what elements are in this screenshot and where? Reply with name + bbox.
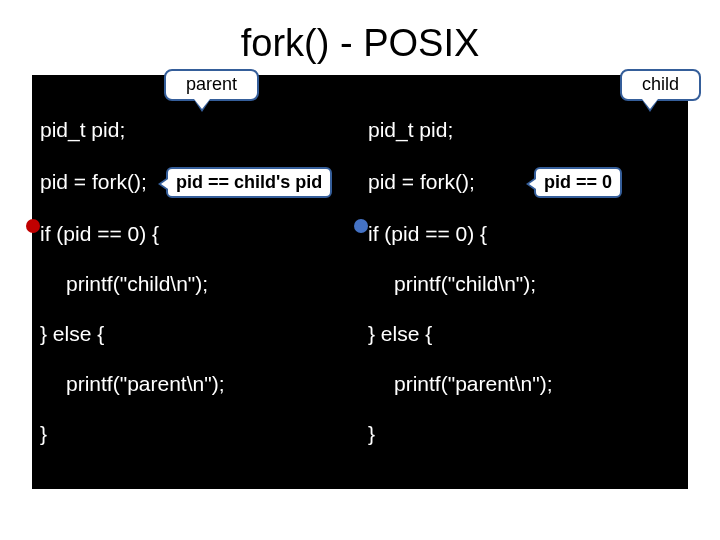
execution-dot-child xyxy=(354,219,368,233)
execution-dot-parent xyxy=(26,219,40,233)
code-line-decl: pid_t pid; xyxy=(368,119,682,143)
child-label-bubble: child xyxy=(620,69,701,101)
code-line-print-parent: printf("parent\n"); xyxy=(368,373,682,397)
code-line-print-child: printf("child\n"); xyxy=(368,273,682,297)
code-line-if: if (pid == 0) { xyxy=(40,223,354,247)
code-text-fork: pid = fork(); xyxy=(40,170,147,193)
parent-pid-callout: pid == child's pid xyxy=(166,167,332,198)
child-code-block: pid_t pid; pid = fork(); pid == 0 if (pi… xyxy=(360,75,688,479)
code-line-close: } xyxy=(40,423,354,447)
code-line-fork: pid = fork(); pid == 0 xyxy=(368,171,682,195)
code-line-else: } else { xyxy=(40,323,354,347)
code-line-decl: pid_t pid; xyxy=(40,119,354,143)
parent-code-block: pid_t pid; pid = fork(); pid == child's … xyxy=(32,75,360,479)
parent-label-bubble: parent xyxy=(164,69,259,101)
parent-panel: parent pid_t pid; pid = fork(); pid == c… xyxy=(32,75,360,489)
child-panel: child pid_t pid; pid = fork(); pid == 0 … xyxy=(360,75,688,489)
code-line-fork: pid = fork(); pid == child's pid xyxy=(40,171,354,195)
code-panels: parent pid_t pid; pid = fork(); pid == c… xyxy=(0,75,720,507)
child-pid-callout: pid == 0 xyxy=(534,167,622,198)
code-line-close: } xyxy=(368,423,682,447)
code-line-print-parent: printf("parent\n"); xyxy=(40,373,354,397)
code-line-else: } else { xyxy=(368,323,682,347)
code-line-if: if (pid == 0) { xyxy=(368,223,682,247)
page-title: fork() - POSIX xyxy=(0,0,720,75)
code-line-print-child: printf("child\n"); xyxy=(40,273,354,297)
code-text-fork: pid = fork(); xyxy=(368,170,475,193)
